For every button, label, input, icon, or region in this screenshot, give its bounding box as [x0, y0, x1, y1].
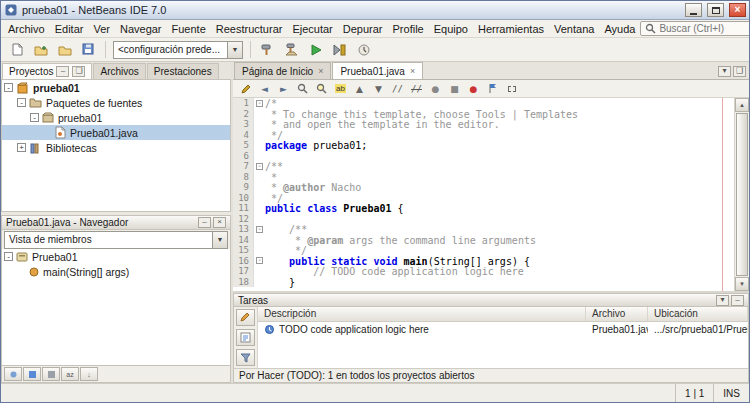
show-static-button[interactable] — [42, 367, 60, 381]
code-line[interactable]: 12 — [233, 214, 734, 225]
code-line[interactable]: 2 * To change this template, choose Tool… — [233, 109, 734, 120]
column-header-ubicaci-n[interactable]: Ubicación — [648, 307, 748, 321]
code-editor[interactable]: 1-/*2 * To change this template, choose … — [233, 98, 734, 291]
profile-project-button[interactable] — [352, 39, 375, 60]
close-window-button[interactable]: × — [729, 3, 746, 17]
code-line[interactable]: 8 * — [233, 172, 734, 183]
code-line[interactable]: 1-/* — [233, 98, 734, 109]
navigator-view-combo[interactable]: Vista de miembros ▼ — [4, 231, 228, 249]
debug-project-button[interactable] — [328, 39, 351, 60]
close-tab-icon[interactable]: × — [318, 67, 323, 76]
code-line[interactable]: 17 // TODO code application logic here — [233, 266, 734, 277]
filter-tasks-button[interactable] — [236, 349, 255, 366]
configuration-combo[interactable]: <configuración prede... ▼ — [113, 41, 243, 59]
code-line[interactable]: 14 * @param args the command line argume… — [233, 235, 734, 246]
menu-ventana[interactable]: Ventana — [549, 21, 599, 37]
tasks-header[interactable]: Tareas ▾ – — [233, 293, 749, 307]
fold-collapse-icon[interactable]: - — [256, 226, 263, 233]
stop-macro-button[interactable]: ■ — [445, 81, 464, 97]
clean-build-project-button[interactable] — [280, 39, 303, 60]
code-line[interactable]: 5package prueba01; — [233, 140, 734, 151]
column-header-archivo[interactable]: Archivo — [586, 307, 648, 321]
menu-archivo[interactable]: Archivo — [3, 21, 50, 37]
code-line[interactable]: 6 — [233, 151, 734, 162]
chevron-down-icon[interactable]: ▼ — [212, 232, 227, 248]
project-tree-item-bibliotecas[interactable]: +Bibliotecas — [2, 140, 230, 155]
edit-task-button[interactable] — [236, 309, 255, 326]
scrollbar-thumb[interactable] — [736, 113, 748, 276]
scroll-down-icon[interactable]: ▼ — [735, 277, 749, 291]
task-list-button[interactable] — [236, 329, 255, 346]
menu-depurar[interactable]: Depurar — [338, 21, 388, 37]
build-project-button[interactable] — [256, 39, 279, 60]
breakpoint-button[interactable]: ● — [464, 81, 483, 97]
titlebar[interactable]: prueba01 - NetBeans IDE 7.0 × — [1, 1, 749, 20]
start-macro-button[interactable]: ● — [426, 81, 445, 97]
forward-button[interactable]: ► — [274, 81, 293, 97]
close-panel-icon[interactable]: × — [213, 217, 226, 228]
menu-reestructurar[interactable]: Reestructurar — [211, 21, 288, 37]
previous-occurrence-button[interactable]: ▲ — [350, 81, 369, 97]
fold-collapse-icon[interactable]: - — [256, 257, 263, 264]
last-edited-button[interactable] — [236, 81, 255, 97]
fold-collapse-icon[interactable]: - — [256, 163, 263, 170]
highlight-search-button[interactable]: ab — [331, 81, 350, 97]
chevron-down-icon[interactable]: ▼ — [227, 42, 242, 58]
column-header-descripci-n[interactable]: Descripción — [258, 307, 586, 321]
sort-source-button[interactable]: ↓ — [80, 367, 98, 381]
menu-equipo[interactable]: Equipo — [429, 21, 473, 37]
maximize-editor-icon[interactable]: ❑ — [733, 66, 746, 77]
code-line[interactable]: 3 * and open the template in the editor. — [233, 119, 734, 130]
code-line[interactable]: 15 */ — [233, 245, 734, 256]
quick-search-box[interactable] — [640, 21, 750, 36]
scroll-up-icon[interactable]: ▲ — [735, 98, 749, 112]
menu-ver[interactable]: Ver — [88, 21, 115, 37]
code-line[interactable]: 7-/** — [233, 161, 734, 172]
find-occurrences-button[interactable] — [312, 81, 331, 97]
find-selection-button[interactable] — [293, 81, 312, 97]
maximize-window-button[interactable] — [707, 3, 724, 17]
minimize-panel-icon[interactable]: – — [56, 66, 69, 77]
collapse-icon[interactable]: - — [4, 83, 13, 92]
minimize-panel-icon[interactable]: – — [198, 217, 211, 228]
menu-herramientas[interactable]: Herramientas — [473, 21, 549, 37]
code-line[interactable]: 13- /** — [233, 224, 734, 235]
collapse-icon[interactable]: - — [17, 98, 26, 107]
close-tab-icon[interactable]: × — [410, 67, 415, 76]
menu-editar[interactable]: Editar — [50, 21, 89, 37]
navigator-tree-item-main-string-args[interactable]: main(String[] args) — [2, 264, 230, 279]
menu-fuente[interactable]: Fuente — [167, 21, 211, 37]
comment-button[interactable]: // — [388, 81, 407, 97]
search-input[interactable] — [659, 23, 747, 34]
sort-alpha-button[interactable]: az — [61, 367, 79, 381]
collapse-icon[interactable]: - — [30, 113, 39, 122]
menu-navegar[interactable]: Navegar — [115, 21, 167, 37]
code-line[interactable]: 10 */ — [233, 193, 734, 204]
bookmark-button[interactable] — [483, 81, 502, 97]
code-line[interactable]: 16- public static void main(String[] arg… — [233, 256, 734, 267]
expand-icon[interactable]: + — [17, 143, 26, 152]
project-tree-item-paquetes-de-fuentes[interactable]: -Paquetes de fuentes — [2, 95, 230, 110]
show-inherited-button[interactable] — [4, 367, 22, 381]
editor-vertical-scrollbar[interactable]: ▲ ▼ — [734, 98, 749, 291]
navigator-header[interactable]: Prueba01.java - Navegador – × — [1, 215, 231, 230]
back-button[interactable]: ◄ — [255, 81, 274, 97]
show-fields-button[interactable] — [23, 367, 41, 381]
tab-archivos[interactable]: Archivos — [93, 63, 145, 79]
new-file-button[interactable] — [5, 39, 28, 60]
rectangular-selection-button[interactable] — [502, 81, 521, 97]
panel-options-icon[interactable]: ▾ — [716, 295, 729, 306]
next-occurrence-button[interactable]: ▼ — [369, 81, 388, 97]
menu-profile[interactable]: Profile — [388, 21, 429, 37]
code-line[interactable]: 11public class Prueba01 { — [233, 203, 734, 214]
code-line[interactable]: 9 * @author Nacho — [233, 182, 734, 193]
new-project-button[interactable] — [29, 39, 52, 60]
open-project-button[interactable] — [53, 39, 76, 60]
task-row[interactable]: TODO code application logic herePrueba01… — [258, 322, 748, 337]
project-tree-item-prueba01[interactable]: -prueba01 — [2, 80, 230, 95]
collapse-icon[interactable]: - — [4, 252, 13, 261]
tab-list-icon[interactable]: ▾ — [718, 66, 731, 77]
project-tree-item-prueba01-java[interactable]: Prueba01.java — [2, 125, 230, 140]
save-all-button[interactable] — [77, 39, 100, 60]
float-panel-icon[interactable]: ❑ — [72, 66, 85, 77]
